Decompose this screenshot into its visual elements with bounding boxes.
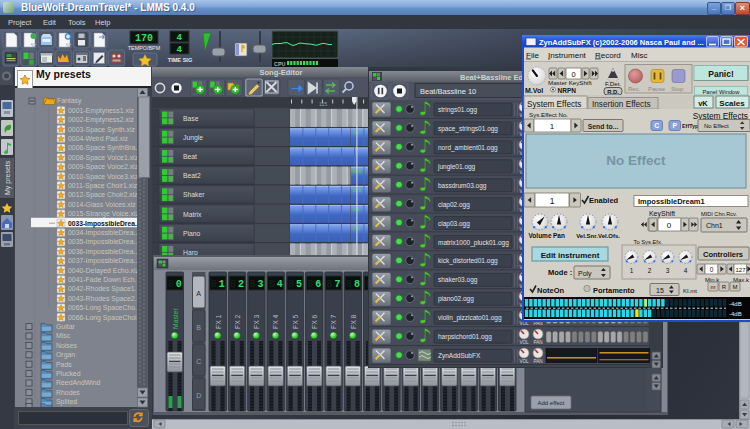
svg-text:-4dB: -4dB: [729, 301, 742, 307]
svg-text:Rec.: Rec.: [628, 86, 641, 92]
svg-text:matrix1000_pluck01.ogg: matrix1000_pluck01.ogg: [438, 239, 509, 247]
svg-text:0: 0: [710, 266, 714, 273]
svg-text:0014-Glass Voices.xiz: 0014-Glass Voices.xiz: [68, 201, 136, 208]
svg-text:Record: Record: [595, 51, 621, 60]
svg-text:bassdrum03.ogg: bassdrum03.ogg: [438, 182, 487, 190]
svg-text:kick_distorted01.ogg: kick_distorted01.ogg: [438, 257, 498, 265]
svg-text:170: 170: [135, 33, 153, 44]
svg-text:Master KeyShift: Master KeyShift: [548, 79, 592, 86]
svg-text:File: File: [526, 51, 539, 60]
svg-text:0041-Fade Down Ech...: 0041-Fade Down Ech...: [68, 276, 140, 283]
svg-text:8: 8: [230, 279, 236, 290]
svg-text:3: 3: [257, 279, 263, 290]
svg-text:8: 8: [327, 279, 333, 290]
svg-text:0065-Long SpaceCho...: 0065-Long SpaceCho...: [68, 304, 141, 312]
svg-text:Plucked: Plucked: [56, 370, 81, 377]
svg-text:Beat: Beat: [183, 153, 197, 160]
svg-text:VOL: VOL: [519, 359, 529, 364]
svg-text:shaker03.ogg: shaker03.ogg: [438, 276, 478, 284]
svg-text:8: 8: [211, 279, 217, 290]
svg-text:0034-ImpossibleDrea...: 0034-ImpossibleDrea...: [68, 229, 139, 237]
svg-text:8: 8: [307, 279, 313, 290]
svg-text:Song-Editor: Song-Editor: [260, 68, 303, 77]
svg-text:FX 5: FX 5: [292, 314, 299, 329]
svg-text:M: M: [733, 284, 738, 290]
svg-text:Beat2: Beat2: [183, 172, 201, 179]
svg-text:Chn1: Chn1: [706, 222, 723, 229]
svg-text:0001-Emptyness1.xiz: 0001-Emptyness1.xiz: [68, 107, 134, 115]
svg-text:Vel.Ofs.: Vel.Ofs.: [598, 233, 620, 239]
svg-text:0037-ImpossibleDrea...: 0037-ImpossibleDrea...: [68, 257, 139, 265]
svg-text:System Effects: System Effects: [527, 100, 581, 109]
svg-text:Panic!: Panic!: [708, 69, 734, 79]
svg-text:Splited: Splited: [56, 398, 77, 406]
svg-text:1: 1: [550, 196, 555, 206]
svg-text:F.Det.: F.Det.: [605, 80, 621, 87]
svg-text:To Sys.Efx.: To Sys.Efx.: [634, 239, 663, 245]
svg-text:0: 0: [667, 221, 672, 230]
svg-text:C: C: [196, 358, 201, 365]
svg-text:FX 3: FX 3: [253, 314, 260, 329]
svg-text:M.Vol: M.Vol: [525, 87, 543, 94]
svg-text:KeyShift: KeyShift: [649, 210, 675, 218]
svg-text:Edit instrument: Edit instrument: [541, 251, 600, 260]
svg-text:vK: vK: [698, 99, 708, 108]
svg-text:0066-Long SpaceChoi...: 0066-Long SpaceChoi...: [68, 314, 142, 322]
svg-text:PAN: PAN: [533, 359, 542, 364]
svg-text:0015-Strange Voice.xiz: 0015-Strange Voice.xiz: [68, 210, 139, 218]
svg-text:Add effect: Add effect: [538, 400, 565, 406]
svg-text:8: 8: [288, 279, 294, 290]
svg-text:NoteOn: NoteOn: [537, 286, 565, 295]
svg-text:Stop: Stop: [671, 86, 684, 92]
svg-text:Insertion Effects: Insertion Effects: [592, 100, 651, 109]
svg-text:Portamento: Portamento: [593, 286, 635, 295]
svg-text:Base: Base: [183, 115, 199, 122]
svg-text:2: 2: [648, 267, 652, 274]
svg-text:Pan: Pan: [553, 232, 565, 239]
svg-text:3: 3: [666, 267, 670, 274]
svg-text:ZynAddSubFX: ZynAddSubFX: [438, 352, 481, 360]
svg-text:Beat/Bassline 10: Beat/Bassline 10: [420, 87, 476, 96]
svg-text:8: 8: [269, 279, 275, 290]
svg-text:1: 1: [630, 267, 634, 274]
svg-text:P: P: [672, 122, 677, 129]
svg-text:1: 1: [219, 279, 225, 290]
svg-text:harpsichord01.ogg: harpsichord01.ogg: [438, 333, 492, 341]
svg-text:6: 6: [315, 279, 321, 290]
svg-text:Pia: Pia: [353, 225, 360, 231]
svg-text:D: D: [196, 392, 201, 399]
svg-text:ReedAndWind: ReedAndWind: [56, 379, 101, 386]
svg-text:PAN: PAN: [533, 321, 542, 326]
svg-text:NRPN: NRPN: [558, 87, 577, 94]
svg-text:KI.mt: KI.mt: [683, 288, 697, 294]
svg-text:Jungle: Jungle: [183, 134, 203, 142]
svg-text:Noises: Noises: [56, 342, 78, 349]
svg-text:0: 0: [176, 279, 182, 290]
svg-text:0002-Emptyness2.xiz: 0002-Emptyness2.xiz: [68, 116, 134, 124]
svg-text:VOL: VOL: [519, 321, 529, 326]
svg-text:clap02.ogg: clap02.ogg: [438, 201, 470, 209]
svg-text:A: A: [196, 290, 201, 297]
svg-text:Fantasy: Fantasy: [57, 97, 82, 105]
svg-text:No Effect: No Effect: [704, 123, 729, 129]
svg-text:Poly: Poly: [578, 270, 592, 278]
svg-text:PAN: PAN: [533, 340, 542, 345]
svg-text:No Effect: No Effect: [606, 153, 666, 168]
svg-text:FX 6: FX 6: [311, 314, 318, 329]
svg-text:Sys.Effect No.: Sys.Effect No.: [529, 111, 568, 118]
svg-text:0035-ImpossibleDrea...: 0035-ImpossibleDrea...: [68, 238, 139, 246]
svg-text:ImpossibleDream1: ImpossibleDream1: [638, 197, 705, 206]
svg-text:0033-ImpossibleDrea...: 0033-ImpossibleDrea...: [68, 220, 141, 228]
svg-text:violin_pizzicato01.ogg: violin_pizzicato01.ogg: [438, 314, 502, 322]
svg-text:Controllers: Controllers: [703, 250, 743, 259]
svg-text:FX 1: FX 1: [215, 314, 222, 329]
svg-text:R: R: [722, 284, 727, 290]
svg-text:Panel Window: Panel Window: [702, 89, 740, 95]
svg-text:0: 0: [571, 70, 575, 79]
svg-text:nord_ambient01.ogg: nord_ambient01.ogg: [438, 144, 498, 152]
svg-text:TIME SIG: TIME SIG: [168, 57, 193, 63]
svg-text:Volume: Volume: [529, 232, 552, 239]
svg-text:My presets: My presets: [4, 160, 12, 195]
svg-text:C: C: [654, 122, 659, 129]
svg-text:0036-ImpossibleDrea...: 0036-ImpossibleDrea...: [68, 248, 139, 256]
